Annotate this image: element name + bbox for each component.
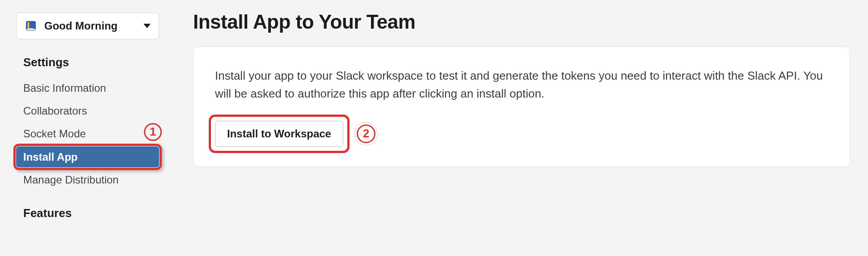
install-description: Install your app to your Slack workspace… <box>215 67 828 103</box>
sidebar-item-socket-mode[interactable]: Socket Mode <box>16 123 159 144</box>
main: Install App to Your Team Install your ap… <box>170 0 868 167</box>
app-picker-label: Good Morning <box>44 20 118 32</box>
install-to-workspace-button[interactable]: Install to Workspace <box>215 121 343 147</box>
sidebar-item-install-app[interactable]: Install App <box>16 146 159 167</box>
book-icon <box>25 19 38 33</box>
app-picker[interactable]: Good Morning <box>16 13 159 39</box>
chevron-down-icon <box>143 24 151 28</box>
sidebar-item-manage-distribution[interactable]: Manage Distribution <box>16 169 159 190</box>
install-card: Install your app to your Slack workspace… <box>193 47 850 167</box>
sidebar-heading-settings: Settings <box>23 55 159 69</box>
annotation-callout-2: 2 <box>357 124 375 143</box>
sidebar-item-collaborators[interactable]: Collaborators <box>16 100 159 121</box>
sidebar: Good Morning Settings Basic Information … <box>0 0 170 228</box>
sidebar-item-basic-information[interactable]: Basic Information <box>16 77 159 98</box>
sidebar-heading-features: Features <box>23 206 159 220</box>
page-title: Install App to Your Team <box>193 11 850 33</box>
